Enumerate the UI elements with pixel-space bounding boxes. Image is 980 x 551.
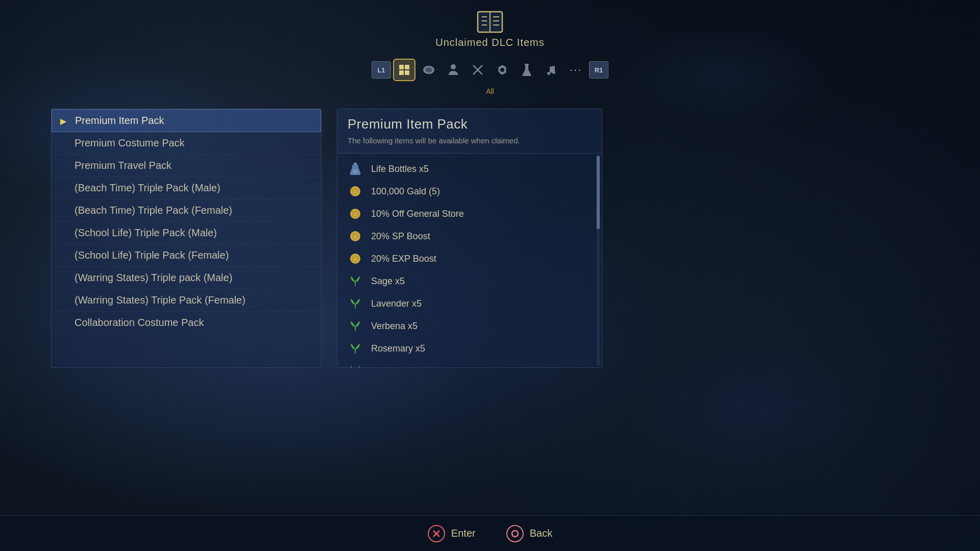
detail-items-list: Life Bottles x5 G 100,000 Gald (5) G 10%… (337, 154, 602, 368)
svg-text:G: G (353, 212, 357, 217)
svg-point-21 (352, 169, 358, 173)
sage-icon (348, 273, 363, 289)
enter-label: Enter (451, 528, 476, 539)
svg-rect-17 (525, 64, 529, 65)
list-item-beach-triple-male[interactable]: (Beach Time) Triple Pack (Male) (52, 177, 321, 199)
svg-rect-11 (405, 70, 409, 75)
main-content: Premium Item PackPremium Costume PackPre… (0, 109, 980, 368)
tab-flask[interactable] (516, 59, 538, 81)
sp-boost-icon: G (348, 229, 363, 244)
tab-active-label: All (486, 87, 494, 95)
header: Unclaimed DLC Items (0, 0, 980, 48)
tab-bar: L1 (372, 59, 608, 81)
general-store-label: 10% Off General Store (371, 209, 464, 219)
lavender-label: Lavender x5 (371, 298, 422, 309)
detail-item-general-store: G 10% Off General Store (337, 203, 602, 225)
detail-item-rosemary: Rosemary x5 (337, 337, 602, 360)
detail-item-verbena: Verbena x5 (337, 315, 602, 337)
exp-boost-label: 20% EXP Boost (371, 254, 436, 264)
tab-nav-right[interactable]: R1 (589, 61, 608, 79)
tab-weapon[interactable] (467, 59, 489, 81)
detail-title: Premium Item Pack (348, 116, 592, 132)
svg-rect-20 (354, 163, 357, 165)
svg-rect-8 (399, 65, 404, 69)
sp-boost-label: 20% SP Boost (371, 231, 430, 242)
tab-music[interactable] (540, 59, 562, 81)
detail-item-saffron: Saffron x5 (337, 360, 602, 368)
back-label: Back (530, 528, 552, 539)
list-item-beach-triple-female[interactable]: (Beach Time) Triple Pack (Female) (52, 199, 321, 222)
svg-text:G: G (353, 189, 357, 194)
lavender-icon (348, 296, 363, 311)
header-icon (475, 9, 505, 35)
detail-item-lavender: Lavender x5 (337, 292, 602, 315)
sage-label: Sage x5 (371, 276, 405, 287)
saffron-label: Saffron x5 (371, 366, 413, 368)
rosemary-label: Rosemary x5 (371, 343, 425, 354)
list-item-warring-triple-female[interactable]: (Warring States) Triple Pack (Female) (52, 289, 321, 312)
svg-point-19 (552, 71, 555, 74)
list-item-premium-item-pack[interactable]: Premium Item Pack (52, 109, 321, 132)
back-button[interactable]: Back (506, 525, 552, 542)
o-button-icon (506, 525, 524, 542)
list-item-school-triple-male[interactable]: (School Life) Triple Pack (Male) (52, 222, 321, 244)
detail-item-gald: G 100,000 Gald (5) (337, 180, 602, 203)
tab-more[interactable]: ··· (565, 59, 587, 81)
list-item-premium-costume-pack[interactable]: Premium Costume Pack (52, 132, 321, 155)
svg-point-44 (512, 531, 518, 537)
detail-item-life-bottles: Life Bottles x5 (337, 158, 602, 180)
exp-boost-icon: G (348, 251, 363, 266)
svg-text:G: G (353, 234, 357, 239)
detail-item-exp-boost: G 20% EXP Boost (337, 247, 602, 270)
page-title: Unclaimed DLC Items (435, 37, 545, 48)
verbena-icon (348, 318, 363, 334)
saffron-icon (348, 363, 363, 368)
detail-item-sage: Sage x5 (337, 270, 602, 292)
general-store-icon: G (348, 206, 363, 221)
list-item-warring-triple-male[interactable]: (Warring States) Triple pack (Male) (52, 267, 321, 289)
tab-consumable[interactable] (418, 59, 440, 81)
svg-rect-10 (399, 70, 404, 75)
svg-point-13 (425, 67, 432, 72)
bottom-bar: Enter Back (0, 515, 980, 551)
svg-rect-9 (405, 65, 409, 69)
life-bottles-icon (348, 161, 363, 177)
list-item-collab-costume-pack[interactable]: Collaboration Costume Pack (52, 312, 321, 334)
tab-all[interactable] (393, 59, 415, 81)
rosemary-icon (348, 341, 363, 356)
detail-header: Premium Item Pack The following items wi… (337, 109, 602, 154)
scrollbar-thumb[interactable] (597, 156, 600, 229)
list-item-premium-travel-pack[interactable]: Premium Travel Pack (52, 155, 321, 177)
gald-label: 100,000 Gald (5) (371, 186, 440, 197)
list-item-school-triple-female[interactable]: (School Life) Triple Pack (Female) (52, 244, 321, 267)
tab-nav-left[interactable]: L1 (372, 61, 391, 79)
enter-button[interactable]: Enter (428, 525, 476, 542)
dlc-list-panel: Premium Item PackPremium Costume PackPre… (51, 109, 322, 368)
svg-text:G: G (353, 257, 357, 262)
detail-item-sp-boost: G 20% SP Boost (337, 225, 602, 247)
gald-icon: G (348, 184, 363, 199)
verbena-label: Verbena x5 (371, 321, 418, 332)
x-button-icon (428, 525, 445, 542)
scrollbar-track[interactable] (597, 156, 600, 365)
svg-point-18 (547, 72, 550, 75)
tab-gear[interactable] (491, 59, 513, 81)
tab-character[interactable] (442, 59, 464, 81)
life-bottles-label: Life Bottles x5 (371, 164, 429, 174)
detail-subtitle: The following items will be available wh… (348, 135, 592, 146)
detail-panel: Premium Item Pack The following items wi… (337, 109, 602, 368)
svg-point-14 (451, 64, 456, 69)
